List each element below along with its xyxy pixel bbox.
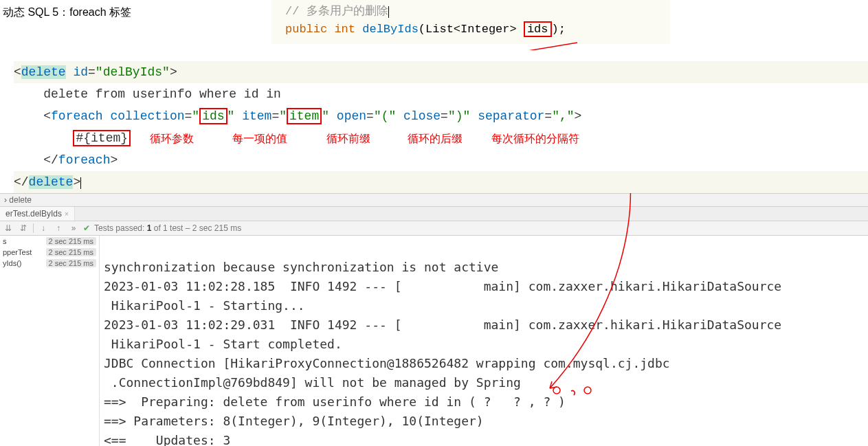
xml-line-foreach-close: </foreach> [14,149,868,171]
separator-icon [33,223,34,233]
close-val: ")" [448,109,470,123]
item-val: item [287,108,322,124]
tab-label: erTest.delByIds [5,209,62,219]
tag-delete: delete [21,65,66,79]
xml-line-open: <delete id="delByIds"> [14,61,868,83]
val-id: "delByIds" [96,65,170,79]
tag-delete-close: delete [29,175,74,189]
annotation-open: 循环前缀 [326,128,370,150]
xml-line-sql: delete from userinfo where id in [14,83,868,105]
test-row[interactable]: pperTest2 sec 215 ms [0,247,99,258]
test-toolbar: ⇊ ⇵ ↓ ↑ » ✔ Tests passed: 1 of 1 test – … [0,221,868,236]
console-output[interactable]: synchronization because synchronization … [100,236,868,446]
open-val: "(" [374,109,396,123]
console-line: JDBC Connection [HikariProxyConnection@1… [104,356,670,370]
collection-val: ids [199,108,227,124]
keyword-int: int [334,23,355,36]
text-cursor-2 [80,177,81,189]
attr-item: item [242,109,271,123]
test-result-text: Tests passed: 1 of 1 test – 2 sec 215 ms [94,223,241,233]
tab-test[interactable]: erTest.delByIds × [0,207,75,221]
xml-code-block[interactable]: <delete id="delByIds"> delete from useri… [0,50,868,193]
expand-icon[interactable]: ⇵ [18,223,29,234]
console-line: HikariPool-1 - Starting... [104,298,305,313]
hash-item: #{item} [73,130,131,146]
xml-line-foreach: <foreach collection="ids" item="item" op… [14,105,868,127]
console-line: HikariPool-1 - Start completed. [104,337,342,351]
console-line: ==> Parameters: 8(Integer), 9(Integer), … [104,414,484,428]
annotation-separator: 每次循环的分隔符 [491,128,579,150]
tag-foreach-close: foreach [58,153,111,167]
attr-id: id [73,65,88,79]
console-line: 2023-01-03 11:02:29.031 INFO 1492 --- [ … [104,317,781,332]
more-icon[interactable]: » [68,223,79,234]
annotation-close: 循环的后缀 [408,128,463,150]
console-line: ==> Preparing: delete from userinfo wher… [104,394,566,409]
sig-post: ); [552,23,566,36]
tab-bar: erTest.delByIds × [0,207,868,221]
annotation-collection: 循环参数 [150,128,194,150]
attr-open: open [337,109,366,123]
console-line: 2023-01-03 11:02:28.185 INFO 1492 --- [ … [104,279,781,293]
test-row[interactable]: yIds()2 sec 215 ms [0,258,99,269]
test-tree[interactable]: s2 sec 215 ms pperTest2 sec 215 ms yIds(… [0,236,100,446]
sep-val: "," [552,109,574,123]
attr-separator: separator [478,109,544,123]
xml-line-close: </delete> [14,171,868,193]
method-name: delByIds [362,23,419,36]
down-icon[interactable]: ↓ [38,223,49,234]
keyword-public: public [285,23,327,36]
test-row[interactable]: s2 sec 215 ms [0,236,99,247]
console-line: <== Updates: 3 [104,433,230,446]
param-ids: ids [524,21,552,37]
close-icon[interactable]: × [65,210,69,218]
run-panel: s2 sec 215 ms pperTest2 sec 215 ms yIds(… [0,236,868,446]
up-icon[interactable]: ↑ [53,223,64,234]
attr-close: close [403,109,441,123]
breadcrumb[interactable]: › delete [0,193,868,207]
annotation-item: 每一项的值 [232,128,287,150]
sql-text: delete from userinfo where id in [43,87,281,101]
check-icon: ✔ [83,223,90,233]
tag-foreach: foreach [51,109,103,123]
console-line: synchronization because synchronization … [104,260,498,274]
attr-collection: collection [110,109,184,123]
collapse-icon[interactable]: ⇊ [3,223,14,234]
console-line: .ConnectionImpl@769bd849] will not be ma… [104,375,521,390]
sig-pre: (List<Integer> [419,23,524,36]
page-title: 动态 SQL 5：foreach 标签 [0,0,868,20]
